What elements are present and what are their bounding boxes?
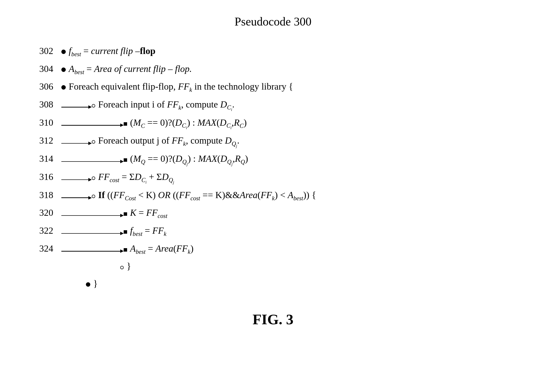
line-close-inner: } — [39, 258, 526, 274]
line-number-316: 316 — [39, 169, 61, 185]
page: Pseudocode 300 302 fbest = current flip … — [0, 0, 546, 392]
line-306: 306 Foreach equivalent flip-flop, FFk in… — [39, 79, 526, 95]
bullet-314 — [124, 158, 127, 162]
arrowhead-318 — [88, 196, 92, 200]
bullet-304 — [61, 68, 66, 72]
line-324: 324 Abest = Area(FFk) — [39, 241, 526, 257]
line-number-312: 312 — [39, 133, 61, 149]
bullet-324 — [124, 248, 127, 252]
arrow-line-324 — [61, 251, 120, 252]
arrowhead-310 — [120, 123, 124, 127]
arrow-312 — [61, 142, 92, 145]
bullet-312 — [92, 140, 95, 144]
line-number-310: 310 — [39, 115, 61, 131]
arrow-line-318 — [61, 197, 88, 198]
line-close-inner-content: } — [127, 258, 131, 274]
arrowhead-324 — [120, 249, 124, 253]
line-310-content: (MC == 0)?(DCi) : MAX(DCi,RC) — [130, 115, 247, 131]
bullet-close-outer — [86, 282, 90, 287]
line-number-322: 322 — [39, 223, 61, 239]
arrowhead-316 — [88, 178, 92, 181]
arrow-322 — [61, 232, 124, 235]
line-318-content: If ((FFCost < K) OR ((FFcost == K)&&Area… — [98, 187, 316, 203]
arrow-316 — [61, 178, 92, 181]
arrowhead-312 — [88, 142, 92, 145]
line-314: 314 (MQ == 0)?(DQj) : MAX(DQj,RQ) — [39, 151, 526, 167]
arrow-324 — [61, 249, 124, 253]
arrowhead-314 — [120, 160, 124, 163]
line-320: 320 K = FFcost — [39, 205, 526, 221]
arrow-308 — [61, 105, 92, 109]
arrow-line-320 — [61, 215, 120, 216]
line-312: 312 Foreach output j of FFk, compute DQj… — [39, 133, 526, 149]
line-number-304: 304 — [39, 61, 61, 77]
arrow-314 — [61, 160, 124, 163]
line-close-outer-content: } — [93, 276, 98, 292]
line-number-308: 308 — [39, 96, 61, 112]
line-number-302: 302 — [39, 43, 61, 59]
arrow-310 — [61, 123, 124, 127]
arrowhead-320 — [120, 214, 124, 217]
bullet-302 — [61, 50, 66, 54]
line-316: 316 FFcost = ΣDCi + ΣDQj — [39, 169, 526, 186]
line-324-content: Abest = Area(FFk) — [130, 241, 194, 257]
line-322-content: fbest = FFk — [130, 223, 166, 239]
line-304-content: Abest = Area of current flip – flop. — [69, 61, 192, 77]
line-308-content: Foreach input i of FFk, compute DCi. — [98, 96, 234, 113]
arrowhead-322 — [120, 232, 124, 235]
line-number-314: 314 — [39, 151, 61, 167]
arrow-318 — [61, 196, 92, 200]
line-number-306: 306 — [39, 79, 61, 95]
line-302: 302 fbest = current flip –flop — [39, 43, 526, 59]
line-number-324: 324 — [39, 241, 61, 257]
line-302-content: fbest = current flip –flop — [69, 43, 155, 59]
line-number-320: 320 — [39, 205, 61, 221]
bullet-308 — [92, 104, 95, 108]
line-close-outer: } — [39, 276, 526, 292]
arrowhead-308 — [88, 105, 92, 109]
pseudocode-block: 302 fbest = current flip –flop 304 Abest… — [39, 43, 526, 291]
bullet-322 — [124, 230, 127, 234]
line-number-318: 318 — [39, 187, 61, 203]
arrow-line-310 — [61, 125, 120, 126]
bullet-320 — [124, 212, 127, 216]
arrow-line-308 — [61, 107, 88, 108]
bullet-close-inner — [120, 266, 124, 269]
arrow-line-316 — [61, 179, 88, 180]
page-title: Pseudocode 300 — [20, 15, 526, 28]
arrow-line-314 — [61, 161, 120, 162]
fig-caption: FIG. 3 — [20, 311, 526, 328]
line-306-content: Foreach equivalent flip-flop, FFk in the… — [69, 79, 293, 95]
line-316-content: FFcost = ΣDCi + ΣDQj — [98, 169, 174, 186]
bullet-316 — [92, 176, 95, 180]
arrow-320 — [61, 214, 124, 217]
line-310: 310 (MC == 0)?(DCi) : MAX(DCi,RC) — [39, 115, 526, 131]
line-322: 322 fbest = FFk — [39, 223, 526, 239]
arrow-line-312 — [61, 143, 88, 144]
line-308: 308 Foreach input i of FFk, compute DCi. — [39, 96, 526, 113]
line-314-content: (MQ == 0)?(DQj) : MAX(DQj,RQ) — [130, 151, 248, 167]
arrow-line-322 — [61, 233, 120, 234]
bullet-306 — [61, 85, 66, 90]
line-320-content: K = FFcost — [130, 205, 167, 221]
line-304: 304 Abest = Area of current flip – flop. — [39, 61, 526, 77]
line-312-content: Foreach output j of FFk, compute DQj. — [98, 133, 240, 149]
bullet-318 — [92, 195, 95, 198]
line-318: 318 If ((FFCost < K) OR ((FFcost == K)&&… — [39, 187, 526, 203]
bullet-310 — [124, 122, 127, 126]
